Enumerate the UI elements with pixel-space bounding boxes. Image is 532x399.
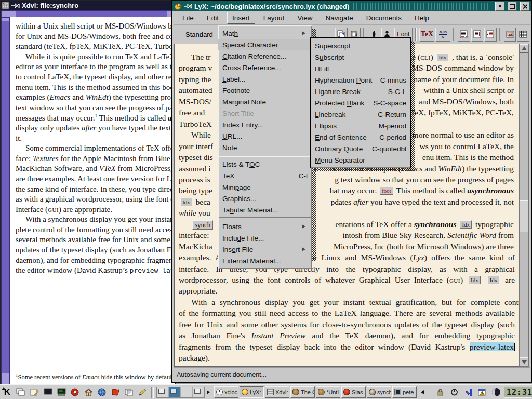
tray-organizer[interactable] — [476, 386, 488, 398]
panel-clock[interactable]: 12:31 — [504, 387, 532, 398]
insert-menu-item-floats[interactable]: Floats — [218, 221, 312, 232]
insert-menu-item-tabular-material[interactable]: Tabular Material... — [218, 204, 312, 216]
insert-menu-item-cross-reference[interactable]: Cross Reference... — [218, 62, 312, 73]
pager-desktop-1[interactable] — [157, 387, 168, 397]
k-menu-button[interactable]: K — [1, 386, 14, 398]
window-pin-icon[interactable] — [11, 3, 20, 8]
lyx-vertical-scrollbar[interactable] — [519, 44, 529, 367]
change-depth-button[interactable] — [484, 28, 497, 42]
inset-inset-button[interactable]: synch — [192, 220, 213, 230]
menubar-insert[interactable]: Insert — [227, 12, 255, 24]
scrollbar-down-arrow[interactable] — [520, 357, 528, 366]
task-button-slas[interactable]: Slas — [341, 386, 366, 398]
idx-inset-button[interactable]: Idx — [180, 198, 192, 206]
math-mode-button[interactable]: a+bc — [435, 28, 450, 42]
xdvi-vertical-scrollbar[interactable] — [1, 17, 10, 384]
tray-worldclock[interactable] — [490, 386, 502, 398]
insert-menu-item-footnote[interactable]: Footnote — [218, 85, 312, 96]
menubar-layout[interactable]: Layout — [259, 12, 289, 23]
submenu-item-hfill[interactable]: HFill — [311, 63, 410, 74]
insert-menu-item-include-file[interactable]: Include File... — [218, 232, 312, 244]
insert-table-button[interactable] — [517, 28, 529, 42]
insert-footnote-button[interactable] — [458, 28, 470, 42]
submenu-item-superscript[interactable]: Superscript — [311, 40, 410, 51]
maximize-button[interactable] — [508, 2, 517, 11]
menubar-edit[interactable]: Edit — [202, 12, 223, 23]
menubar-navigate[interactable]: Navigate — [321, 12, 357, 23]
idx-inset-button[interactable]: Idx — [436, 53, 448, 61]
launcher-help[interactable] — [69, 386, 81, 398]
insert-menu-item-tex[interactable]: TeXC-l — [218, 170, 312, 181]
idx-inset-button[interactable]: Idx — [460, 220, 472, 229]
launcher-knotes[interactable] — [28, 386, 41, 398]
insert-menu-item-insert-file[interactable]: Insert File — [218, 244, 312, 255]
menubar-documents[interactable]: Documents — [362, 12, 406, 23]
launcher-klipper[interactable] — [123, 386, 135, 398]
launcher-konsole[interactable] — [55, 386, 68, 398]
task-button-lyx[interactable]: LyX: — [240, 386, 264, 398]
insert-menu-item-math[interactable]: Math — [218, 28, 312, 39]
menubar-help[interactable]: Help — [410, 12, 434, 23]
task-button-xcloc[interactable]: xcloc — [214, 386, 238, 398]
taskbar-expand-arrow[interactable] — [207, 390, 212, 394]
xdvi-titlebar[interactable]: Xdvi: file:synchro — [1, 1, 175, 10]
launcher-kmail[interactable] — [109, 386, 122, 398]
foot-inset-button[interactable]: foot — [380, 187, 393, 195]
xdvi-hscroll-thumb[interactable] — [16, 11, 167, 17]
xdvi-horizontal-scrollbar[interactable] — [1, 10, 175, 17]
insert-menu-item-index-entry[interactable]: Index Entry... — [218, 119, 312, 130]
submenu-item-menu-separator[interactable]: Menu Separator — [311, 154, 410, 166]
scrollbar-thumb[interactable] — [520, 200, 528, 232]
tex-mode-button[interactable]: TeX — [419, 28, 434, 42]
launcher-window-list[interactable] — [15, 386, 27, 398]
xdvi-vscroll-thumb[interactable] — [2, 21, 9, 373]
insert-menu-item-external-material[interactable]: External Material... — [218, 255, 312, 267]
pager-desktop-2[interactable] — [169, 387, 180, 397]
submenu-item-ellipsis[interactable]: EllipsisM-period — [311, 120, 410, 131]
scrollbar-up-arrow[interactable] — [520, 44, 528, 53]
insert-menu-item-special-character[interactable]: Special Character — [218, 39, 312, 50]
menubar-file[interactable]: File — [178, 12, 198, 23]
close-button[interactable] — [520, 2, 529, 11]
insert-menu-item-note[interactable]: Note — [218, 142, 312, 153]
tray-klipper[interactable] — [462, 386, 474, 398]
task-button-unti[interactable]: *Unti — [316, 386, 340, 398]
task-button-synch[interactable]: synch — [367, 386, 391, 398]
task-button-pete[interactable]: pete — [392, 386, 417, 398]
insert-menu-item-graphics[interactable]: Graphics... — [218, 193, 312, 204]
insert-menu-item-short-title[interactable]: Short Title — [218, 108, 312, 119]
insert-menu-item-label[interactable]: Label... — [218, 73, 312, 85]
tray-logout[interactable] — [448, 386, 460, 398]
menubar-view[interactable]: View — [292, 12, 317, 23]
submenu-item-linebreak[interactable]: LinebreakC-Return — [311, 109, 410, 120]
submenu-item-hyphenation-point[interactable]: Hyphenation PointC-minus — [311, 74, 410, 86]
task-button-the-g[interactable]: The G — [290, 386, 315, 398]
launcher-home[interactable] — [82, 386, 95, 398]
submenu-item-subscript[interactable]: Subscript — [311, 51, 410, 63]
pager-desktop-4[interactable] — [193, 387, 204, 397]
tray-lock[interactable] — [434, 386, 446, 398]
taskbar-scroll-left-arrow[interactable] — [419, 390, 424, 394]
submenu-item-ordinary-quote[interactable]: Ordinary QuoteC-quotedbl — [311, 143, 410, 154]
desktop-pager[interactable] — [156, 387, 205, 398]
idx-inset-button[interactable]: Idx — [469, 276, 481, 284]
insert-menu-item-minipage[interactable]: Minipage — [218, 181, 312, 193]
launcher-editor[interactable] — [136, 386, 149, 398]
pager-desktop-3[interactable] — [181, 387, 192, 397]
task-button-xdvi[interactable]: Xdvi: — [265, 386, 289, 398]
insert-menu-item-citation-reference[interactable]: Citation Reference... — [218, 50, 312, 62]
insert-menu-item-marginal-note[interactable]: Marginal Note — [218, 96, 312, 108]
insert-figure-button[interactable] — [504, 28, 516, 42]
idx-inset-button[interactable]: Idx — [488, 276, 500, 284]
launcher-konqueror[interactable] — [96, 386, 108, 398]
insert-menu-item-lists-toc[interactable]: Lists & TOC — [218, 158, 312, 170]
window-pin-icon[interactable] — [184, 4, 192, 9]
insert-margin-note-button[interactable] — [471, 28, 484, 42]
submenu-item-end-of-sentence[interactable]: End of SentenceC-period — [311, 131, 410, 143]
minimize-button[interactable] — [495, 2, 504, 11]
insert-menu-item-url[interactable]: URL... — [218, 130, 312, 142]
lyx-titlebar[interactable]: LyX: ~/doc/beginlatex/src/synchro.lyx (c… — [172, 1, 531, 11]
launcher-screensaver[interactable] — [42, 386, 54, 398]
submenu-item-ligature-break[interactable]: Ligature BreakS-C-L — [311, 86, 410, 97]
submenu-item-protected-blank[interactable]: Protected BlankS-C-space — [311, 97, 410, 109]
